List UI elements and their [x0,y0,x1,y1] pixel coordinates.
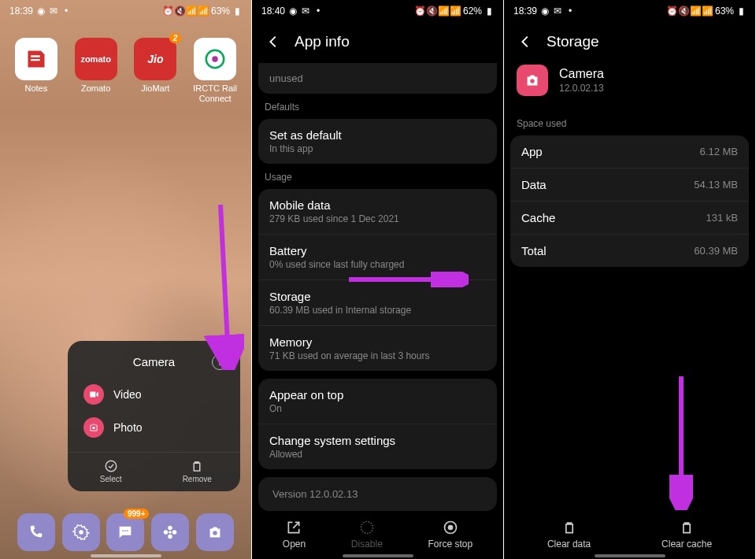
signal-icon: 📶 [199,6,209,16]
alarm-icon: ⏰ [164,6,173,16]
svg-point-12 [172,530,177,535]
app-zomato[interactable]: zomato Zomato [71,38,121,103]
app-jiomart[interactable]: Jio2 JioMart [130,38,180,103]
row-memory[interactable]: Memory71 KB used on average in last 3 ho… [258,326,497,371]
battery-icon: ▮ [736,6,746,16]
notif-icon: ✉ [301,6,310,16]
irctc-icon [203,47,227,71]
status-bar: 18:40◉✉• ⏰🔇📶📶62%▮ [252,0,503,22]
bottom-actions: Open Disable Force stop [252,520,503,550]
more-icon: • [61,6,71,16]
flower-icon [161,524,179,541]
svg-point-16 [361,522,372,534]
header: App info [252,22,503,58]
version-card: Version 12.0.02.13 [258,477,497,511]
disable-icon [359,520,375,535]
app-label: Notes [25,83,48,94]
section-usage: Usage [252,164,503,189]
notes-icon [25,48,47,70]
svg-point-13 [213,531,217,535]
app-header: Camera 12.0.02.13 [504,58,755,110]
action-open[interactable]: Open [283,520,306,550]
row-appear-on-top[interactable]: Appear on topOn [258,379,497,424]
dock: 999+ [0,513,251,551]
app-label: IRCTC Rail Connect [190,83,240,103]
dock-gallery[interactable] [151,513,189,551]
svg-point-7 [127,530,128,531]
svg-point-18 [448,526,452,530]
clock: 18:40 [261,6,285,17]
ctx-remove[interactable]: Remove [154,459,241,483]
camera-icon [206,524,224,541]
action-clear-cache[interactable]: Clear cache [662,520,712,550]
svg-point-10 [168,535,172,539]
version-text: Version 12.0.02.13 [258,477,497,511]
svg-point-2 [92,427,95,430]
section-space-used: Space used [504,110,755,135]
badge: 2 [169,33,182,43]
annotation-arrow [669,376,693,510]
back-icon[interactable] [517,33,534,50]
nav-pill[interactable] [91,554,161,557]
dock-phone[interactable] [17,513,55,551]
clear-cache-icon [679,520,695,535]
svg-point-8 [169,531,172,534]
gmail-icon: ◉ [288,6,298,16]
badge: 999+ [124,509,150,519]
row-set-default[interactable]: Set as defaultIn this app [258,119,497,164]
ctx-video[interactable]: Video [68,378,240,411]
panel-storage: 18:39◉✉• ⏰🔇📶📶63%▮ Storage Camera 12.0.02… [504,0,756,559]
select-icon [104,459,118,473]
battery-text: 63% [211,6,230,17]
card: unused [258,63,497,94]
ctx-select[interactable]: Select [68,459,154,483]
clock: 18:39 [513,6,537,17]
gear-icon [72,524,90,541]
app-icon-camera [517,65,548,96]
dock-messages[interactable]: 999+ [106,513,144,551]
wifi-icon: 📶 [187,6,197,16]
ctx-photo[interactable]: Photo [68,411,240,444]
battery-text: 63% [715,6,734,17]
page-title: Storage [547,33,599,50]
storage-card: App6.12 MB Data54.13 MB Cache131 kB Tota… [510,135,749,267]
dock-settings[interactable] [62,513,100,551]
panel-home: 18:39 ◉ ✉ • ⏰ 🔇 📶 📶 63% ▮ Notes zomato Z… [0,0,252,559]
more-icon: • [313,6,323,16]
clock: 18:39 [9,6,33,17]
dock-camera[interactable] [196,513,234,551]
mute-icon: 🔇 [176,6,185,16]
section-defaults: Defaults [252,94,503,119]
app-label: Zomato [81,83,110,94]
gmail-icon: ◉ [36,6,46,16]
row-total: Total60.39 MB [510,235,749,267]
header: Storage [504,22,755,58]
notif-icon: ✉ [49,6,58,16]
gmail-icon: ◉ [540,6,550,16]
app-version: 12.0.02.13 [559,83,604,94]
app-notes[interactable]: Notes [11,38,61,103]
row-mobile-data[interactable]: Mobile data279 KB used since 1 Dec 2021 [258,189,497,235]
signal-icon: 📶 [451,6,461,16]
row-truncated[interactable]: unused [258,63,497,94]
svg-point-19 [530,79,535,83]
action-clear-data[interactable]: Clear data [547,520,591,550]
photo-icon [83,417,104,438]
trash-icon [190,459,204,473]
nav-pill[interactable] [595,554,665,557]
row-change-sys[interactable]: Change system settingsAllowed [258,424,497,469]
back-icon[interactable] [265,33,282,50]
battery-text: 62% [463,6,482,17]
action-force-stop[interactable]: Force stop [428,520,472,550]
annotation-arrow [197,205,244,370]
phone-icon [28,524,45,541]
svg-point-6 [125,530,127,531]
app-irctc[interactable]: IRCTC Rail Connect [190,38,240,103]
camera-icon [524,72,541,89]
more-icon: • [565,6,575,16]
video-icon [83,384,104,405]
messages-icon [117,524,134,541]
app-name: Camera [559,67,604,81]
nav-pill[interactable] [343,554,413,557]
battery-icon: ▮ [232,6,242,16]
